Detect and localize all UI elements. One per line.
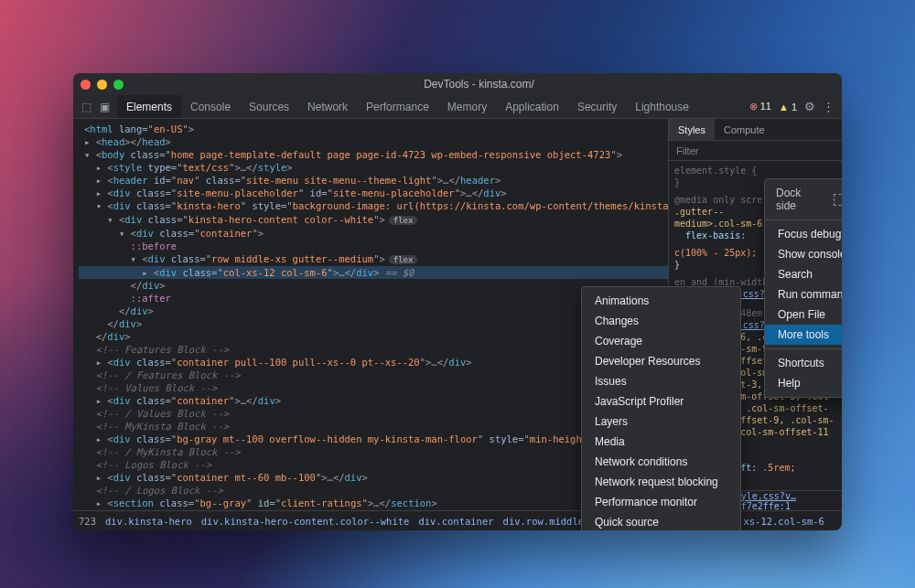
window-title: DevTools - kinsta.com/ — [124, 78, 834, 91]
kebab-icon[interactable]: ⋮ — [823, 100, 834, 113]
more-tools-menu: AnimationsChangesCoverageDeveloper Resou… — [581, 286, 741, 530]
dom-line[interactable]: ▾ <div class="kinsta-hero" style="backgr… — [79, 199, 668, 213]
dom-line[interactable]: ▾ <body class="home page-template-defaul… — [79, 148, 668, 161]
inspect-icon[interactable]: ⬚ — [79, 100, 93, 114]
breadcrumb-item[interactable]: 723 — [79, 516, 96, 527]
breadcrumb-item[interactable]: div.kinsta-hero-content.color--white — [201, 516, 410, 527]
tab-lighthouse[interactable]: Lighthouse — [626, 95, 698, 118]
styles-filter[interactable]: Filter — [669, 141, 842, 161]
dom-line[interactable]: ▾ <div class="kinsta-hero-content color-… — [79, 213, 668, 227]
side-tab-compute[interactable]: Compute — [715, 119, 774, 140]
dom-line[interactable]: ▸ <div class="site-menu-placeholder" id=… — [79, 187, 668, 199]
menu-item-search[interactable]: Search⌘ ⌥ F — [765, 264, 842, 284]
more-tools-quick-source[interactable]: Quick source — [582, 512, 740, 530]
dom-line[interactable]: ▸ <div class="col-xs-12 col-sm-6">…</div… — [79, 266, 668, 279]
dom-line[interactable]: <!-- Features Block --> — [79, 343, 668, 356]
dom-line[interactable]: ▸ <div class="bg-gray mt--100 overflow--… — [79, 433, 668, 445]
dom-panel[interactable]: <html lang="en-US">▸ <head></head>▾ <bod… — [73, 119, 668, 510]
more-tools-changes[interactable]: Changes — [582, 311, 740, 331]
more-tools-issues[interactable]: Issues — [582, 371, 740, 391]
dom-line[interactable]: ▾ <div class="row middle-xs gutter--medi… — [79, 252, 668, 266]
tab-performance[interactable]: Performance — [357, 95, 438, 118]
dom-line[interactable]: <!-- MyKinsta Block --> — [79, 420, 668, 433]
dom-line[interactable]: ▸ <style type="text/css">…</style> — [79, 161, 668, 174]
dom-line[interactable]: ::after — [79, 292, 668, 305]
more-tools-coverage[interactable]: Coverage — [582, 331, 740, 351]
dom-line[interactable]: ▸ <div class="container">…</div> — [79, 394, 668, 407]
menu-item-more-tools[interactable]: More tools▸ — [765, 325, 842, 345]
dom-line[interactable]: <!-- / Values Block --> — [79, 407, 668, 420]
dom-line[interactable]: ▸ <div class="container pull--100 pull--… — [79, 356, 668, 369]
gear-icon[interactable]: ⚙ — [804, 100, 815, 113]
dom-line[interactable]: ▸ <head></head> — [79, 135, 668, 148]
more-tools-network-request-blocking[interactable]: Network request blocking — [582, 472, 740, 492]
menu-item-show-console-drawer[interactable]: Show console drawerEsc — [765, 244, 842, 264]
side-tab-styles[interactable]: Styles — [669, 119, 715, 140]
more-tools-javascript-profiler[interactable]: JavaScript Profiler — [582, 391, 740, 412]
overflow-menu: Dock side Focus debuggeeShow console dra… — [764, 178, 842, 398]
dock-undock-icon[interactable] — [834, 194, 842, 206]
stylesheet-link[interactable]: style.css?v…9bf7e2ffe:1 — [730, 491, 836, 511]
menu-item-shortcuts[interactable]: Shortcuts — [765, 353, 842, 373]
close-icon[interactable] — [81, 80, 91, 90]
more-tools-performance-monitor[interactable]: Performance monitor — [582, 492, 740, 512]
dock-side-label: Dock side — [776, 187, 819, 212]
zoom-icon[interactable] — [113, 80, 124, 90]
dom-line[interactable]: ▾ <div class="container"> — [79, 227, 668, 240]
breadcrumb-item[interactable]: div.container — [418, 516, 493, 527]
error-count[interactable]: 11 — [749, 101, 771, 112]
dom-line[interactable]: ::before — [79, 240, 668, 252]
tab-sources[interactable]: Sources — [240, 95, 298, 118]
more-tools-animations[interactable]: Animations — [582, 291, 740, 311]
tab-application[interactable]: Application — [496, 95, 568, 118]
dom-line[interactable]: ▸ <header id="nav" class="site-menu site… — [79, 174, 668, 187]
dom-line[interactable]: ▸ <div class="container mt--60 mb--100">… — [79, 471, 668, 484]
dom-line[interactable]: ▸ <section class="bg--gray" id="client-r… — [79, 497, 668, 509]
dom-line[interactable]: </div> — [79, 305, 668, 317]
menu-item-open-file[interactable]: Open File⌘ P — [765, 305, 842, 325]
minimize-icon[interactable] — [97, 80, 107, 90]
dom-line[interactable]: <!-- Logos Block --> — [79, 458, 668, 471]
dom-line[interactable]: <!-- / Logos Block --> — [79, 484, 668, 497]
dom-line[interactable]: </div> — [79, 317, 668, 330]
dom-line[interactable]: </div> — [79, 279, 668, 292]
more-tools-developer-resources[interactable]: Developer Resources — [582, 351, 740, 371]
warning-count[interactable]: 1 — [779, 102, 797, 112]
tab-network[interactable]: Network — [298, 95, 357, 118]
more-tools-media[interactable]: Media — [582, 432, 740, 452]
dom-line[interactable]: <html lang="en-US"> — [79, 123, 668, 135]
more-tools-layers[interactable]: Layers — [582, 412, 740, 432]
tabbar: ⬚ ▣ ElementsConsoleSourcesNetworkPerform… — [73, 95, 842, 119]
breadcrumb-item[interactable]: div.kinsta-hero — [105, 516, 192, 527]
dom-line[interactable]: <!-- / Features Block --> — [79, 369, 668, 381]
tab-console[interactable]: Console — [181, 95, 240, 118]
more-tools-network-conditions[interactable]: Network conditions — [582, 452, 740, 472]
tab-elements[interactable]: Elements — [117, 95, 181, 118]
tab-security[interactable]: Security — [568, 95, 626, 118]
dom-line[interactable]: <!-- Pricing Block --> — [79, 509, 668, 510]
dom-line[interactable]: <!-- Values Block --> — [79, 381, 668, 394]
menu-item-help[interactable]: Help▸ — [765, 373, 842, 393]
menu-item-run-command[interactable]: Run command⌘ ⇧ P — [765, 284, 842, 305]
titlebar: DevTools - kinsta.com/ — [73, 73, 842, 95]
devtools-window: DevTools - kinsta.com/ ⬚ ▣ ElementsConso… — [73, 73, 842, 530]
window-controls — [81, 80, 124, 90]
menu-item-focus-debuggee[interactable]: Focus debuggee — [765, 224, 842, 244]
dom-line[interactable]: <!-- / MyKinsta Block --> — [79, 445, 668, 458]
device-icon[interactable]: ▣ — [97, 100, 112, 114]
tab-memory[interactable]: Memory — [438, 95, 496, 118]
dom-line[interactable]: </div> — [79, 330, 668, 343]
